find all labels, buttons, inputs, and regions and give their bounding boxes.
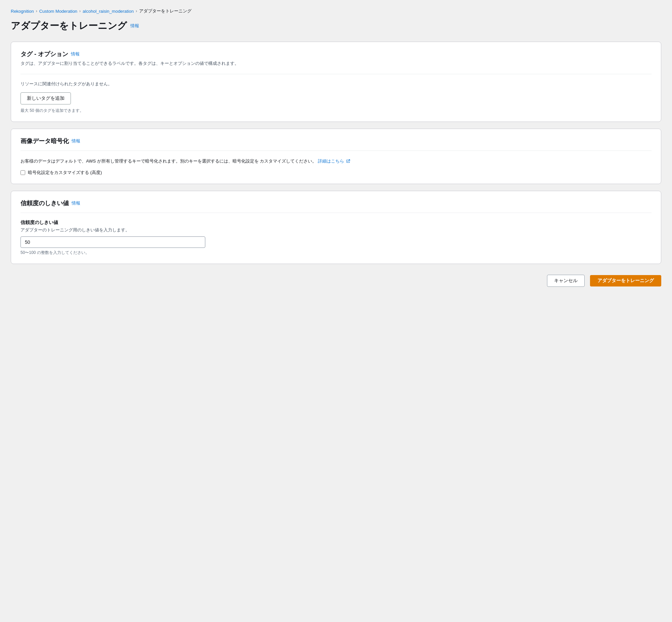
breadcrumb: Rekognition › Custom Moderation › alcoho…	[11, 8, 661, 14]
add-tag-button[interactable]: 新しいタグを追加	[21, 92, 71, 104]
encryption-checkbox[interactable]	[21, 170, 25, 175]
encryption-divider	[21, 150, 651, 151]
tags-section-description: タグは、アダプターに割り当てることができるラベルです。各タグは、キーとオプション…	[21, 60, 651, 67]
breadcrumb-current: アダプターをトレーニング	[139, 8, 192, 14]
tag-limit-text: 最大 50 個のタグを追加できます。	[21, 108, 651, 113]
footer-actions: キャンセル アダプターをトレーニング	[11, 275, 661, 293]
encryption-desc-part1: お客様のデータはデフォルトで、AWS が所有し管理するキーで暗号化されます。別の…	[21, 159, 259, 164]
external-link-icon	[346, 159, 350, 163]
encryption-section-title: 画像データ暗号化	[21, 137, 69, 145]
encryption-checkbox-row: 暗号化設定をカスタマイズする (高度)	[21, 170, 651, 176]
breadcrumb-rekognition[interactable]: Rekognition	[11, 9, 34, 14]
encryption-desc-part2: カスタマイズしてください。	[260, 159, 316, 164]
tags-section: タグ - オプション 情報 タグは、アダプターに割り当てることができるラベルです…	[11, 42, 661, 122]
encryption-description: お客様のデータはデフォルトで、AWS が所有し管理するキーで暗号化されます。別の…	[21, 158, 651, 165]
threshold-section-title: 信頼度のしきい値	[21, 199, 69, 207]
empty-tags-message: リソースに関連付けられたタグがありません。	[21, 81, 651, 87]
breadcrumb-sep-2: ›	[79, 9, 81, 13]
train-adapter-button[interactable]: アダプターをトレーニング	[590, 275, 661, 286]
threshold-input[interactable]	[21, 236, 205, 248]
threshold-section: 信頼度のしきい値 情報 信頼度のしきい値 アダプターのトレーニング用のしきい値を…	[11, 191, 661, 264]
encryption-details-link[interactable]: 詳細はこちら	[318, 159, 350, 164]
breadcrumb-sep-3: ›	[136, 9, 137, 13]
page-title-area: アダプターをトレーニング 情報	[11, 20, 661, 32]
encryption-checkbox-label[interactable]: 暗号化設定をカスタマイズする (高度)	[28, 170, 102, 176]
cancel-button[interactable]: キャンセル	[547, 275, 585, 287]
breadcrumb-alcohol-moderation[interactable]: alcohol_raisin_moderation	[83, 9, 134, 14]
threshold-field-sublabel: アダプターのトレーニング用のしきい値を入力します。	[21, 227, 651, 233]
breadcrumb-custom-moderation[interactable]: Custom Moderation	[39, 9, 77, 14]
threshold-hint: 50〜100 の整数を入力してください。	[21, 250, 651, 255]
threshold-field-label: 信頼度のしきい値	[21, 220, 651, 226]
breadcrumb-sep-1: ›	[36, 9, 37, 13]
tags-section-title: タグ - オプション	[21, 50, 68, 58]
threshold-field-group: 信頼度のしきい値 アダプターのトレーニング用のしきい値を入力します。 50〜10…	[21, 220, 651, 255]
page-info-link[interactable]: 情報	[130, 23, 139, 29]
tags-info-link[interactable]: 情報	[71, 51, 80, 57]
page-title: アダプターをトレーニング	[11, 20, 127, 32]
encryption-section: 画像データ暗号化 情報 お客様のデータはデフォルトで、AWS が所有し管理するキ…	[11, 129, 661, 184]
threshold-info-link[interactable]: 情報	[72, 200, 80, 206]
encryption-section-header: 画像データ暗号化 情報	[21, 137, 651, 145]
threshold-divider	[21, 213, 651, 213]
tags-divider	[21, 74, 651, 74]
tags-section-header: タグ - オプション 情報	[21, 50, 651, 58]
threshold-section-header: 信頼度のしきい値 情報	[21, 199, 651, 207]
encryption-info-link[interactable]: 情報	[72, 138, 80, 144]
